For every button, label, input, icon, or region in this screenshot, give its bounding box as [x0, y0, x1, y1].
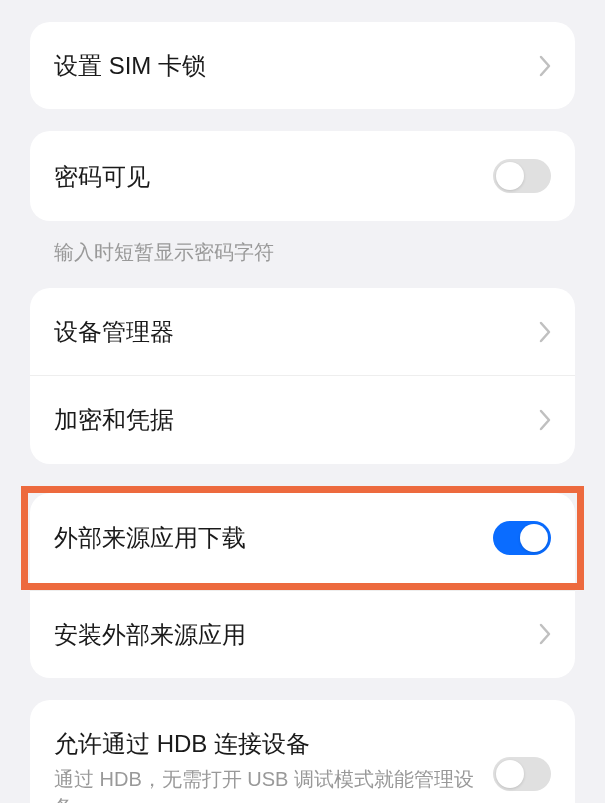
device-admin-row[interactable]: 设备管理器	[30, 288, 575, 376]
password-visible-label: 密码可见	[54, 161, 150, 192]
install-external-row[interactable]: 安装外部来源应用	[30, 590, 575, 678]
hdb-subtitle: 通过 HDB，无需打开 USB 调试模式就能管理设备	[54, 765, 493, 803]
password-visible-helper: 输入时短暂显示密码字符	[30, 221, 575, 266]
encryption-row[interactable]: 加密和凭据	[30, 376, 575, 463]
chevron-right-icon	[539, 623, 551, 645]
external-download-toggle[interactable]	[493, 521, 551, 555]
password-visible-row[interactable]: 密码可见	[30, 131, 575, 221]
install-external-label: 安装外部来源应用	[54, 619, 246, 650]
hdb-row[interactable]: 允许通过 HDB 连接设备 通过 HDB，无需打开 USB 调试模式就能管理设备	[30, 700, 575, 803]
hdb-label: 允许通过 HDB 连接设备	[54, 728, 493, 759]
toggle-knob	[496, 162, 524, 190]
sim-lock-label: 设置 SIM 卡锁	[54, 50, 206, 81]
external-download-label: 外部来源应用下载	[54, 522, 246, 553]
chevron-right-icon	[539, 409, 551, 431]
sim-lock-row[interactable]: 设置 SIM 卡锁	[30, 22, 575, 109]
highlighted-setting-box: 外部来源应用下载	[21, 486, 584, 590]
toggle-knob	[520, 524, 548, 552]
device-admin-label: 设备管理器	[54, 316, 174, 347]
password-visible-toggle[interactable]	[493, 159, 551, 193]
external-download-row[interactable]: 外部来源应用下载	[30, 493, 575, 583]
encryption-label: 加密和凭据	[54, 404, 174, 435]
chevron-right-icon	[539, 55, 551, 77]
chevron-right-icon	[539, 321, 551, 343]
hdb-toggle[interactable]	[493, 757, 551, 791]
toggle-knob	[496, 760, 524, 788]
